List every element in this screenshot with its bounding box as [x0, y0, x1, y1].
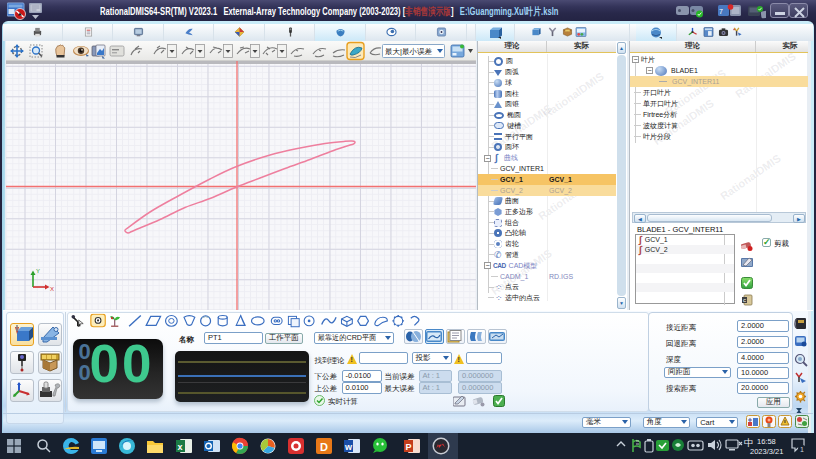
svg-text:7: 7 — [719, 8, 723, 15]
svg-text:D: D — [320, 441, 328, 453]
svg-text:w: w — [344, 442, 353, 452]
svg-text:x: x — [178, 442, 183, 452]
svg-text:最大|最小误差: 最大|最小误差 — [385, 47, 432, 56]
svg-text:X: X — [50, 286, 54, 292]
svg-text:2023/3/21: 2023/3/21 — [750, 447, 783, 456]
svg-text:1: 1 — [800, 446, 804, 453]
svg-text:Y: Y — [36, 268, 40, 274]
svg-text:c: c — [743, 297, 746, 303]
svg-text:P: P — [406, 442, 412, 452]
svg-text:16:58: 16:58 — [757, 437, 776, 446]
